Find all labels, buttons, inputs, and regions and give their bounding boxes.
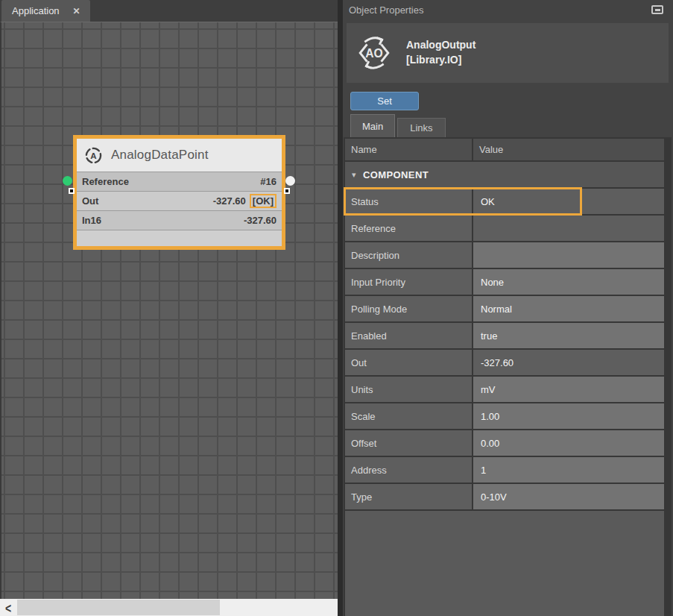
property-name: Enabled <box>345 323 472 348</box>
table-empty-area <box>345 511 664 616</box>
selection-handle-right[interactable] <box>284 188 290 194</box>
selection-handle-left[interactable] <box>69 188 75 194</box>
pane-splitter[interactable] <box>338 0 343 616</box>
property-value: -327.60 <box>473 350 664 375</box>
property-name: Polling Mode <box>345 296 472 321</box>
property-row: Enabledtrue <box>345 323 664 348</box>
block-row-label: Out <box>82 195 98 207</box>
canvas-tabstrip: Application ✕ <box>0 0 338 22</box>
tab-links[interactable]: Links <box>397 118 445 137</box>
property-value[interactable]: mV <box>473 377 664 402</box>
svg-text:A: A <box>90 151 96 160</box>
property-value[interactable]: 0.00 <box>473 430 664 456</box>
property-value[interactable]: 0-10V <box>473 484 664 509</box>
scroll-left-icon[interactable]: < <box>0 597 16 616</box>
property-row: UnitsmV <box>345 377 664 402</box>
property-name: Reference <box>345 216 472 241</box>
section-label: COMPONENT <box>363 169 429 180</box>
application-window: Application ✕ A AnalogDataPoint <box>0 0 673 616</box>
property-name: Scale <box>345 403 472 429</box>
block-row-label: In16 <box>82 215 101 226</box>
minimize-icon[interactable] <box>651 5 663 14</box>
table-header: Name Value <box>345 139 664 160</box>
property-row: Reference <box>345 216 664 241</box>
block-row: Out-327.60[OK] <box>77 191 282 210</box>
property-name: Out <box>345 350 472 375</box>
panel-title: Object Properties <box>349 4 423 16</box>
property-row: Polling ModeNormal <box>345 296 664 321</box>
property-name: Type <box>345 484 472 509</box>
object-properties-panel: Object Properties AO AnalogOutput [Libra… <box>343 0 673 616</box>
analog-datapoint-block[interactable]: A AnalogDataPoint Reference#16Out-327.60… <box>73 135 285 250</box>
object-header-card: AO AnalogOutput [Library.IO] <box>347 23 669 83</box>
output-port[interactable] <box>285 176 295 186</box>
panel-titlebar: Object Properties <box>343 0 673 19</box>
property-table: Name Value ▾ COMPONENT StatusOKReference… <box>344 137 672 616</box>
horizontal-scrollbar[interactable]: < <box>0 599 338 616</box>
block-empty-row <box>77 230 282 246</box>
tab-main[interactable]: Main <box>350 114 395 137</box>
property-value[interactable]: Normal <box>473 296 664 321</box>
property-value[interactable]: true <box>473 323 664 348</box>
close-icon[interactable]: ✕ <box>73 6 80 16</box>
block-body: A AnalogDataPoint Reference#16Out-327.60… <box>73 135 285 250</box>
property-value: OK <box>473 189 664 214</box>
block-row: In16-327.60 <box>77 210 282 230</box>
property-row: StatusOK <box>345 189 664 214</box>
panel-tabs: Main Links <box>350 114 446 137</box>
property-row: Scale1.00 <box>345 403 664 429</box>
property-name: Address <box>345 457 472 483</box>
property-name: Status <box>345 189 472 214</box>
block-row-value: -327.60 <box>244 215 277 226</box>
object-library: [Library.IO] <box>406 53 475 68</box>
block-title: AnalogDataPoint <box>111 148 209 163</box>
block-row-value-text: #16 <box>260 176 277 187</box>
column-header-value: Value <box>473 139 664 160</box>
property-row: Input PriorityNone <box>345 269 664 295</box>
svg-text:AO: AO <box>365 47 382 60</box>
wiresheet-canvas[interactable]: A AnalogDataPoint Reference#16Out-327.60… <box>0 22 338 599</box>
property-value[interactable]: 1.00 <box>473 403 664 429</box>
analog-output-icon: AO <box>356 35 392 71</box>
object-name: AnalogOutput <box>406 38 475 53</box>
tab-application-label: Application <box>12 5 60 16</box>
chevron-down-icon[interactable]: ▾ <box>352 170 356 180</box>
block-rows: Reference#16Out-327.60[OK]In16-327.60 <box>77 172 282 230</box>
block-row: Reference#16 <box>77 172 282 191</box>
block-header: A AnalogDataPoint <box>77 139 282 172</box>
tab-application[interactable]: Application ✕ <box>1 0 90 22</box>
input-port[interactable] <box>63 176 72 186</box>
property-row: Address1 <box>345 457 664 483</box>
block-row-value: -327.60[OK] <box>213 194 277 208</box>
property-value[interactable]: None <box>473 269 664 295</box>
column-header-name: Name <box>345 139 472 160</box>
scrollbar-thumb[interactable] <box>17 600 220 615</box>
property-value[interactable] <box>473 242 664 268</box>
set-button[interactable]: Set <box>350 92 419 110</box>
property-name: Offset <box>345 430 472 456</box>
block-row-value: #16 <box>260 176 277 187</box>
property-row: Offset0.00 <box>345 430 664 456</box>
property-row: Description <box>345 242 664 268</box>
property-row: Out-327.60 <box>345 350 664 375</box>
section-component[interactable]: ▾ COMPONENT <box>345 162 664 187</box>
property-name: Description <box>345 242 472 268</box>
property-name: Input Priority <box>345 269 472 295</box>
circled-A-icon: A <box>83 145 104 166</box>
block-row-value-text: -327.60 <box>213 195 246 207</box>
minimize-bar <box>655 9 660 11</box>
block-row-label: Reference <box>82 176 129 187</box>
property-value[interactable]: 1 <box>473 457 664 483</box>
property-name: Units <box>345 377 472 402</box>
canvas-pane: Application ✕ A AnalogDataPoint <box>0 0 338 616</box>
status-flag: [OK] <box>250 194 277 208</box>
block-row-value-text: -327.60 <box>244 215 277 226</box>
property-value <box>473 216 664 241</box>
property-row: Type0-10V <box>345 484 664 509</box>
